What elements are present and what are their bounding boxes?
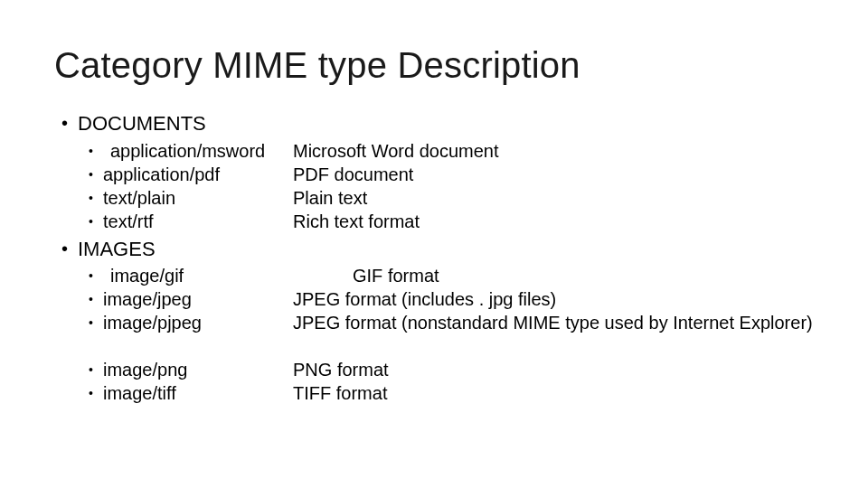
mime-description: PNG format bbox=[293, 358, 814, 381]
mime-row: •image/gifGIF format bbox=[89, 264, 814, 287]
mime-row: •text/rtfRich text format bbox=[89, 210, 814, 233]
mime-row: •image/tiffTIFF format bbox=[89, 381, 814, 405]
bullet-icon: • bbox=[89, 139, 103, 159]
mime-description: Rich text format bbox=[293, 210, 814, 233]
category-documents: • DOCUMENTS bbox=[61, 111, 814, 137]
bullet-icon: • bbox=[89, 311, 103, 331]
mime-description: GIF format bbox=[293, 264, 814, 287]
bullet-icon: • bbox=[89, 287, 103, 307]
bullet-icon: • bbox=[89, 163, 103, 183]
category-images: • IMAGES bbox=[61, 237, 814, 263]
mime-row: •image/pjpegJPEG format (nonstandard MIM… bbox=[89, 311, 814, 334]
mime-type: image/jpeg bbox=[103, 287, 293, 311]
mime-row: •application/pdfPDF document bbox=[89, 163, 814, 186]
category-label: DOCUMENTS bbox=[78, 111, 206, 137]
mime-type: image/gif bbox=[103, 264, 293, 287]
bullet-icon: • bbox=[61, 237, 78, 260]
documents-list: •application/mswordMicrosoft Word docume… bbox=[89, 139, 814, 233]
mime-type: application/pdf bbox=[103, 163, 293, 186]
mime-row: •image/jpegJPEG format (includes . jpg f… bbox=[89, 287, 814, 311]
bullet-icon: • bbox=[89, 264, 103, 284]
category-label: IMAGES bbox=[78, 237, 156, 263]
slide-title: Category MIME type Description bbox=[54, 45, 814, 86]
mime-type: image/pjpeg bbox=[103, 311, 293, 334]
images-list: •image/gifGIF format•image/jpegJPEG form… bbox=[89, 264, 814, 405]
mime-description: JPEG format (nonstandard MIME type used … bbox=[293, 311, 814, 334]
bullet-icon: • bbox=[89, 381, 103, 401]
blank-row bbox=[89, 334, 814, 358]
mime-description: Microsoft Word document bbox=[293, 139, 814, 163]
mime-description: TIFF format bbox=[293, 381, 814, 405]
mime-description: JPEG format (includes . jpg files) bbox=[293, 287, 814, 311]
mime-type: text/rtf bbox=[103, 210, 293, 233]
bullet-icon: • bbox=[61, 111, 78, 135]
slide-body: • DOCUMENTS •application/mswordMicrosoft… bbox=[54, 111, 814, 405]
mime-description: Plain text bbox=[293, 186, 814, 210]
mime-row: •text/plainPlain text bbox=[89, 186, 814, 210]
mime-type: image/png bbox=[103, 358, 293, 381]
mime-type: text/plain bbox=[103, 186, 293, 210]
mime-row: •application/mswordMicrosoft Word docume… bbox=[89, 139, 814, 163]
bullet-icon: • bbox=[89, 186, 103, 206]
mime-type: image/tiff bbox=[103, 381, 293, 405]
mime-description: PDF document bbox=[293, 163, 814, 186]
mime-row: •image/pngPNG format bbox=[89, 358, 814, 381]
bullet-icon: • bbox=[89, 358, 103, 378]
bullet-icon: • bbox=[89, 210, 103, 230]
mime-type: application/msword bbox=[103, 139, 293, 163]
